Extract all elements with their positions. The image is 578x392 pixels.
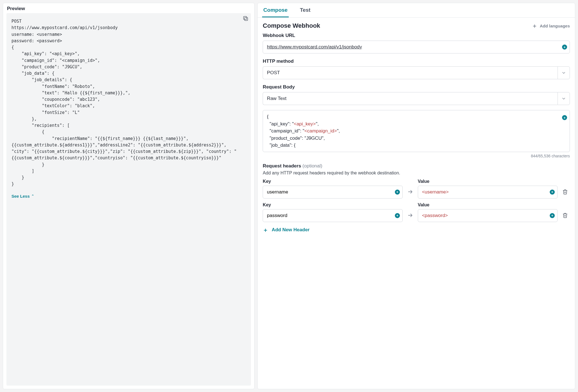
svg-rect-0	[245, 17, 248, 20]
add-variable-icon[interactable]: +	[550, 213, 555, 218]
add-variable-icon[interactable]: +	[562, 115, 567, 120]
chevron-up-icon: ⌃	[31, 194, 34, 198]
arrow-right-icon	[405, 185, 415, 199]
delete-header-button[interactable]	[560, 185, 570, 199]
request-body-label: Request Body	[263, 84, 570, 90]
add-variable-icon[interactable]: +	[395, 190, 400, 195]
header-key-input[interactable]	[263, 209, 402, 222]
add-new-header-button[interactable]: ＋ Add New Header	[263, 227, 309, 233]
copy-icon[interactable]	[243, 15, 249, 22]
request-headers-desc: Add any HTTP request headers required by…	[263, 171, 570, 176]
preview-panel: Preview POST https://www.mypostcard.com/…	[3, 3, 255, 389]
header-value-label: Value	[418, 202, 558, 207]
see-less-toggle[interactable]: See Less ⌃	[11, 194, 34, 199]
preview-code: POST https://www.mypostcard.com/api/v1/j…	[11, 18, 246, 188]
request-body-textarea[interactable]: { "api_key": "<api_key>", "campaign_id":…	[263, 110, 570, 152]
add-variable-icon[interactable]: +	[550, 190, 555, 195]
preview-body: POST https://www.mypostcard.com/api/v1/j…	[6, 13, 251, 386]
webhook-url-label: Webhook URL	[263, 33, 570, 38]
request-headers-title: Request headers (optional)	[263, 163, 570, 169]
svg-rect-1	[244, 17, 247, 20]
header-row: Key + Value +	[263, 179, 570, 199]
add-languages-label: Add languages	[540, 24, 570, 28]
compose-panel: Compose Test Compose Webhook ＋ Add langu…	[257, 3, 575, 389]
arrow-right-icon	[405, 209, 415, 222]
webhook-url-input[interactable]: https://www.mypostcard.com/api/v1/jsonbo…	[263, 41, 570, 53]
chevron-down-icon[interactable]	[558, 66, 570, 79]
add-languages-button[interactable]: ＋ Add languages	[532, 23, 570, 29]
header-value-input[interactable]	[418, 209, 558, 222]
preview-title: Preview	[3, 3, 254, 13]
http-method-select[interactable]: POST	[263, 66, 558, 79]
header-key-input[interactable]	[263, 186, 402, 199]
see-less-label: See Less	[11, 194, 30, 199]
plus-icon: ＋	[263, 227, 268, 233]
header-row: Key + Value +	[263, 202, 570, 222]
header-value-label: Value	[418, 179, 558, 184]
chevron-down-icon[interactable]	[558, 92, 570, 105]
http-method-label: HTTP method	[263, 59, 570, 64]
add-new-header-label: Add New Header	[272, 227, 309, 233]
request-body-type-select[interactable]: Raw Text	[263, 92, 558, 105]
header-key-label: Key	[263, 179, 402, 184]
char-count: 844/65,536 characters	[263, 154, 570, 158]
compose-title: Compose Webhook	[263, 22, 320, 29]
header-value-input[interactable]	[418, 186, 558, 199]
add-variable-icon[interactable]: +	[395, 213, 400, 218]
tab-compose[interactable]: Compose	[262, 3, 289, 17]
tabs: Compose Test	[258, 3, 575, 18]
plus-icon: ＋	[532, 23, 537, 29]
tab-test[interactable]: Test	[299, 3, 312, 17]
delete-header-button[interactable]	[560, 209, 570, 222]
header-key-label: Key	[263, 202, 402, 207]
add-variable-icon[interactable]: +	[562, 45, 567, 50]
